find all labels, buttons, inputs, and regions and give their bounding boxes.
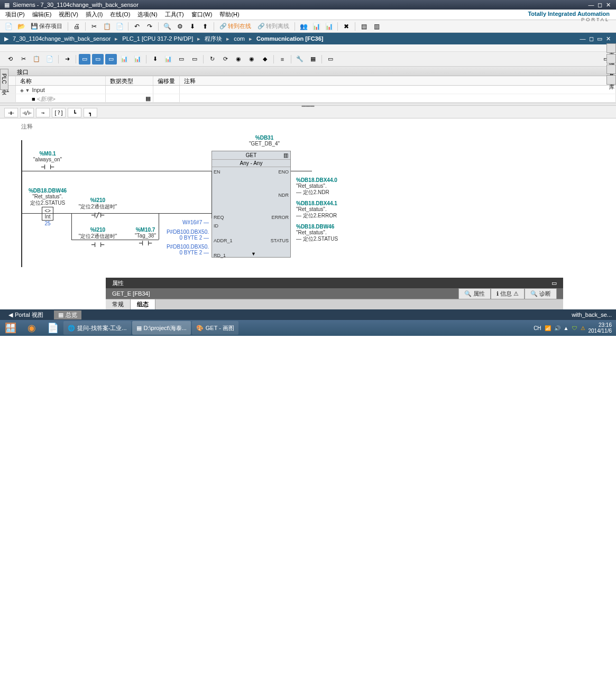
ed-btn-23[interactable]: ▭ xyxy=(325,54,336,65)
lad-branch[interactable]: ┗ xyxy=(68,108,81,117)
side-tab-instructions[interactable]: 指令 xyxy=(606,43,616,53)
icon3[interactable]: 📊 xyxy=(324,22,334,31)
ed-btn-4[interactable]: 📄 xyxy=(44,54,56,65)
compile-icon[interactable]: ⚙ xyxy=(174,22,185,31)
menu-window[interactable]: 窗口(W) xyxy=(188,10,216,20)
prop-tab-info[interactable]: ℹ 信息 ⚠ xyxy=(491,288,525,299)
tray-shield-icon[interactable]: 🛡 xyxy=(572,325,577,331)
download-icon[interactable]: ⬇ xyxy=(187,22,198,31)
tray-up-icon[interactable]: ▲ xyxy=(564,325,569,331)
menu-edit[interactable]: 编辑(E) xyxy=(29,10,55,20)
ed-btn-15[interactable]: ↻ xyxy=(206,54,218,65)
split2-icon[interactable]: ▥ xyxy=(371,22,382,31)
editor-minimize-icon[interactable]: — xyxy=(579,35,586,42)
ed-btn-3[interactable]: 📋 xyxy=(31,54,42,65)
undo-icon[interactable]: ↶ xyxy=(132,22,142,31)
menu-project[interactable]: 项目(P) xyxy=(2,10,28,20)
lad-contact-no[interactable]: ⊣⊢ xyxy=(4,108,18,117)
side-tab-lib[interactable]: 库 xyxy=(606,75,616,85)
ed-btn-14[interactable]: ▭ xyxy=(189,54,200,65)
app-icon-2[interactable]: 📄 xyxy=(42,320,63,336)
tray-lang[interactable]: CH xyxy=(534,325,541,331)
lad-contact-nc[interactable]: ⊣/⊢ xyxy=(20,108,34,117)
editor-float-icon[interactable]: ◻ xyxy=(587,35,595,42)
lad-branch2[interactable]: ┓ xyxy=(84,108,97,117)
bc-item-1[interactable]: 7_30_1104change_with_back_sensor xyxy=(13,35,111,42)
ed-btn-8[interactable]: ▭ xyxy=(105,54,117,65)
task-tia[interactable]: ▦ D:\project\海泰... xyxy=(132,321,191,335)
copy-icon[interactable]: 📋 xyxy=(102,22,112,31)
prop-tab-diag[interactable]: 🔍 诊断 xyxy=(525,288,557,299)
cross-icon[interactable]: ✖ xyxy=(341,22,352,31)
side-tab-test[interactable]: 测试 xyxy=(606,54,616,63)
lad-box[interactable]: [?] xyxy=(52,108,66,117)
contact-always-on[interactable]: %M0.1 "always_on" ⊣ ⊢ xyxy=(26,151,69,171)
interface-row-input[interactable]: 1 ◈ ▼Input xyxy=(0,86,616,94)
tray-icon-1[interactable]: 📶 xyxy=(545,325,551,331)
icon2[interactable]: 📊 xyxy=(311,22,321,31)
subtab-config[interactable]: 组态 xyxy=(131,299,155,309)
menu-insert[interactable]: 插入(I) xyxy=(82,10,106,20)
subtab-general[interactable]: 常规 xyxy=(106,299,131,309)
ed-btn-22[interactable]: ▦ xyxy=(307,54,319,65)
search-icon[interactable]: 🔍 xyxy=(162,22,172,31)
menu-help[interactable]: 帮助(H) xyxy=(216,10,242,20)
task-chrome[interactable]: 🌐 提问-找答案-工业... xyxy=(63,321,131,335)
compare-contact[interactable]: %DB18.DBW46 "Ret_status". 定位2.STATUS <>I… xyxy=(26,188,69,226)
ed-btn-18[interactable]: ◉ xyxy=(246,54,258,65)
ed-btn-16[interactable]: ⟳ xyxy=(219,54,231,65)
editor-close-icon[interactable]: ✕ xyxy=(604,35,612,42)
tray-alert-icon[interactable]: ⚠ xyxy=(581,325,585,331)
go-online-button[interactable]: 🔗 转到在线 xyxy=(217,21,253,31)
side-tab-tasks[interactable]: 任务 xyxy=(606,65,616,74)
contact-timeout-1[interactable]: %I210 "定位2通信超时" ⊣/⊢ xyxy=(77,197,119,219)
icon1[interactable]: 👥 xyxy=(298,22,309,31)
open-icon[interactable]: 📂 xyxy=(16,22,26,31)
upload-icon[interactable]: ⬆ xyxy=(200,22,210,31)
ed-btn-2[interactable]: ✂ xyxy=(17,54,29,65)
contact-tag38[interactable]: %M10.7 "Tag_38" ⊣ ⊢ xyxy=(127,227,164,247)
get-block[interactable]: GET▥ Any - Any EN ENO NDR REQ ERROR ID A… xyxy=(212,151,291,258)
menu-online[interactable]: 在线(O) xyxy=(107,10,133,20)
ed-btn-11[interactable]: ⬇ xyxy=(149,54,161,65)
split-icon[interactable]: ▤ xyxy=(358,22,369,31)
ed-btn-17[interactable]: ◉ xyxy=(233,54,244,65)
ed-btn-6[interactable]: ▭ xyxy=(79,54,90,65)
left-tab-plc[interactable]: PLC 变 xyxy=(0,69,8,90)
ed-btn-5[interactable]: ➜ xyxy=(61,54,73,65)
ed-btn-10[interactable]: 📊 xyxy=(132,54,143,65)
cut-icon[interactable]: ✂ xyxy=(89,22,99,31)
bc-item-4[interactable]: com xyxy=(234,35,245,42)
network-comment[interactable]: 注释 xyxy=(21,123,605,131)
lad-coil[interactable]: ⊸ xyxy=(36,108,50,117)
overview-button[interactable]: ▦ 总览 xyxy=(54,310,81,319)
prop-collapse-icon[interactable]: ▭ xyxy=(551,280,557,287)
go-offline-button[interactable]: 🔗 转到离线 xyxy=(255,21,291,31)
ed-btn-21[interactable]: 🔧 xyxy=(294,54,306,65)
ed-btn-20[interactable]: ≡ xyxy=(277,54,288,65)
ed-btn-1[interactable]: ⟲ xyxy=(4,54,16,65)
prop-tab-properties[interactable]: 🔍 属性 xyxy=(458,288,491,299)
tray-icon-2[interactable]: 🔊 xyxy=(554,325,560,331)
tray-clock[interactable]: 23:16 2014/11/6 xyxy=(589,322,612,334)
ed-btn-7[interactable]: ▭ xyxy=(92,54,104,65)
redo-icon[interactable]: ↷ xyxy=(144,22,155,31)
contact-timeout-2[interactable]: %I210 "定位2通信超时" ⊣ ⊢ xyxy=(77,227,119,249)
start-button[interactable]: 🪟 xyxy=(0,320,21,336)
menu-tools[interactable]: 工具(T) xyxy=(162,10,187,20)
close-button[interactable]: ✕ xyxy=(604,1,612,8)
ed-btn-9[interactable]: 📊 xyxy=(118,54,130,65)
menu-view[interactable]: 视图(V) xyxy=(56,10,81,20)
paste-icon[interactable]: 📄 xyxy=(114,22,125,31)
minimize-button[interactable]: — xyxy=(587,1,595,8)
bc-item-5[interactable]: Commucnication [FC36] xyxy=(256,35,324,42)
print-icon[interactable]: 🖨 xyxy=(71,22,82,31)
editor-max-icon[interactable]: ▭ xyxy=(596,35,603,42)
portal-view-button[interactable]: ◀ Portal 视图 xyxy=(4,310,48,319)
save-button[interactable]: 💾 保存项目 xyxy=(29,21,65,31)
bc-arrow-icon[interactable]: ▶ xyxy=(4,35,8,42)
app-icon-1[interactable]: ◉ xyxy=(21,320,42,336)
bc-item-2[interactable]: PLC_1 [CPU 317-2 PN/DP] xyxy=(122,35,193,42)
task-paint[interactable]: 🎨 GET - 画图 xyxy=(192,321,238,335)
ed-btn-13[interactable]: ▭ xyxy=(176,54,187,65)
